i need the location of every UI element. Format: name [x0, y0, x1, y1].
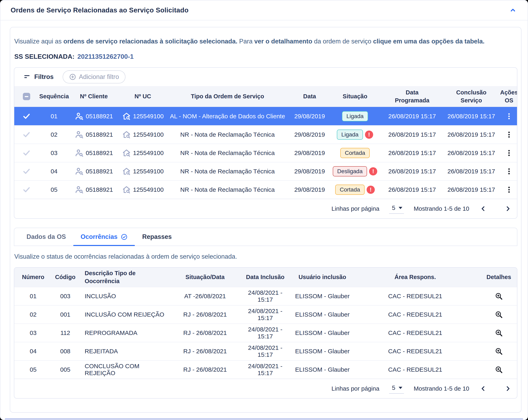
table-row[interactable]: 04 008 REJEITADA RJ - 26/08/2021 24/08/2… [14, 342, 517, 360]
row-check-icon[interactable] [22, 185, 31, 194]
zoom-in-icon [494, 292, 503, 300]
row-check-icon[interactable] [22, 149, 31, 157]
service-conclusion-date: 26/08/2019 15:17 [446, 168, 497, 175]
column-header-situacao: Situação [332, 92, 378, 100]
occurrence-status-date: RJ - 26/08/2021 [169, 329, 241, 336]
service-orders-table-card: Filtros Adicionar filtro Sequência Nº Cl… [14, 67, 517, 219]
view-details-button[interactable] [494, 346, 504, 356]
filter-icon [23, 73, 31, 81]
next-page-button[interactable] [504, 204, 512, 213]
chevron-right-icon [504, 204, 512, 213]
occurrences-body: 01 003 INCLUSÃO AT -26/08/2021 24/08/202… [14, 287, 517, 379]
caret-down-icon [399, 207, 402, 209]
table-row[interactable]: 05 05188921 125549100 NR - Nota de Recla… [14, 180, 517, 199]
table-row[interactable]: 01 003 INCLUSÃO AT -26/08/2021 24/08/202… [14, 287, 517, 305]
table-row[interactable]: 05 005 CONCLUSÃO COM REJEIÇÃO RJ - 26/08… [14, 360, 517, 379]
service-conclusion-date: 26/08/2019 15:17 [446, 131, 497, 138]
table-row[interactable]: 01 05188921 125549100 AL - NOM - Alteraç… [14, 107, 517, 125]
status-badge: Cortada [335, 185, 365, 195]
occurrence-status-date: RJ - 26/08/2021 [169, 366, 241, 373]
chevron-right-icon [504, 384, 512, 393]
occurrence-code: 005 [52, 366, 79, 373]
person-search-icon [75, 185, 84, 194]
occurrence-number: 05 [14, 366, 52, 373]
occurrence-code: 112 [52, 329, 79, 336]
scheduled-date: 26/08/2019 15:17 [378, 168, 446, 175]
occurrence-description: INCLUSÃO COM REIJEÇÃO [79, 311, 169, 318]
row-check-icon[interactable] [22, 112, 31, 120]
row-actions-button[interactable] [504, 185, 514, 195]
occurrence-code: 003 [52, 293, 79, 300]
kebab-menu-icon [505, 149, 513, 157]
column-header-descricao: Descrição Tipo de Oocorrência [79, 269, 169, 285]
service-conclusion-date: 26/08/2019 15:17 [446, 150, 497, 156]
row-actions-button[interactable] [504, 167, 514, 176]
inclusion-user: ELISSOM - Glauber [290, 311, 355, 318]
view-details-button[interactable] [494, 310, 504, 320]
status-badge: Desligada [333, 166, 367, 176]
view-details-button[interactable] [494, 364, 504, 375]
alert-exclamation-icon [369, 167, 377, 175]
inclusion-date: 24/08/2021 - 15:17 [241, 363, 290, 377]
rows-per-page-select[interactable]: 5 [389, 384, 404, 394]
column-header-conclusao-servico: Conclusão Serviço [446, 88, 497, 104]
date-value: 29/08/2019 [288, 131, 332, 138]
status-badge: Ligada [342, 111, 368, 121]
selected-ss-value: 20211351262700-1 [77, 53, 134, 60]
column-header-acoes-os: Ações OS [497, 88, 517, 104]
filters-label: Filtros [23, 73, 54, 81]
home-search-icon [122, 112, 131, 121]
collapse-panel-button[interactable] [508, 5, 518, 15]
row-check-icon[interactable] [22, 167, 31, 176]
table-row[interactable]: 03 05188921 125549100 NR - Nota de Recla… [14, 144, 517, 162]
row-actions-button[interactable] [504, 148, 514, 158]
column-header-cliente: Nº Cliente [69, 92, 118, 100]
next-page-button[interactable] [504, 384, 512, 393]
select-all-checkbox[interactable] [23, 93, 30, 100]
responsible-area: CAC - REDESUL21 [355, 329, 475, 336]
intro-segment: Para [238, 38, 254, 45]
home-search-icon [122, 148, 131, 157]
scheduled-date: 26/08/2019 15:17 [378, 150, 446, 156]
view-details-button[interactable] [494, 291, 504, 301]
tab-repasses[interactable]: Repasses [135, 228, 179, 246]
row-actions-button[interactable] [504, 130, 514, 140]
tab-ocorrencias[interactable]: Ocorrências [73, 228, 135, 246]
person-search-icon [75, 148, 84, 157]
rows-per-page-label: Linhas por página [332, 385, 380, 392]
status-badge: Ligada [337, 130, 363, 140]
table-row[interactable]: 02 05188921 125549100 NR - Nota de Recla… [14, 125, 517, 144]
responsible-area: CAC - REDESUL21 [355, 311, 475, 318]
previous-page-button[interactable] [479, 204, 487, 213]
table-row[interactable]: 04 05188921 125549100 NR - Nota de Recla… [14, 162, 517, 180]
occurrence-status-date: RJ - 26/08/2021 [169, 348, 241, 355]
sequence-value: 04 [39, 168, 69, 175]
client-number: 05188921 [86, 131, 113, 138]
column-header-situacao-data: Situação/Data [169, 273, 241, 281]
uc-number: 125549100 [133, 131, 164, 138]
home-search-icon [122, 185, 131, 194]
occurrence-description: REJEITADA [79, 348, 169, 355]
table-row[interactable]: 02 001 INCLUSÃO COM REIJEÇÃO RJ - 26/08/… [14, 305, 517, 324]
zoom-in-icon [494, 347, 503, 356]
intro-segment: da ordem de serviço [312, 38, 373, 45]
view-details-button[interactable] [494, 328, 504, 338]
tab-dados-da-os[interactable]: Dados da OS [19, 228, 73, 246]
inclusion-date: 24/08/2021 - 15:17 [241, 289, 290, 303]
date-value: 29/08/2019 [288, 150, 332, 156]
table-row[interactable]: 03 112 REPROGRAMADA RJ - 26/08/2021 24/0… [14, 324, 517, 342]
row-actions-button[interactable] [504, 111, 514, 121]
date-value: 29/08/2019 [288, 113, 332, 120]
inclusion-user: ELISSOM - Glauber [290, 293, 355, 300]
previous-page-button[interactable] [479, 384, 487, 393]
zoom-in-icon [494, 329, 503, 337]
service-orders-body: 01 05188921 125549100 AL - NOM - Alteraç… [14, 107, 517, 199]
column-header-usuario-inclusao: Usuário inclusão [290, 273, 355, 281]
row-check-icon[interactable] [22, 130, 31, 139]
add-filter-button[interactable]: Adicionar filtro [63, 70, 125, 84]
sequence-value: 03 [39, 150, 69, 156]
rows-per-page-select[interactable]: 5 [389, 204, 404, 214]
occurrence-status-date: AT -26/08/2021 [169, 293, 241, 300]
page-title: Ordens de Serviço Relacionadas ao Serviç… [11, 6, 189, 14]
occurrence-number: 01 [14, 293, 52, 300]
